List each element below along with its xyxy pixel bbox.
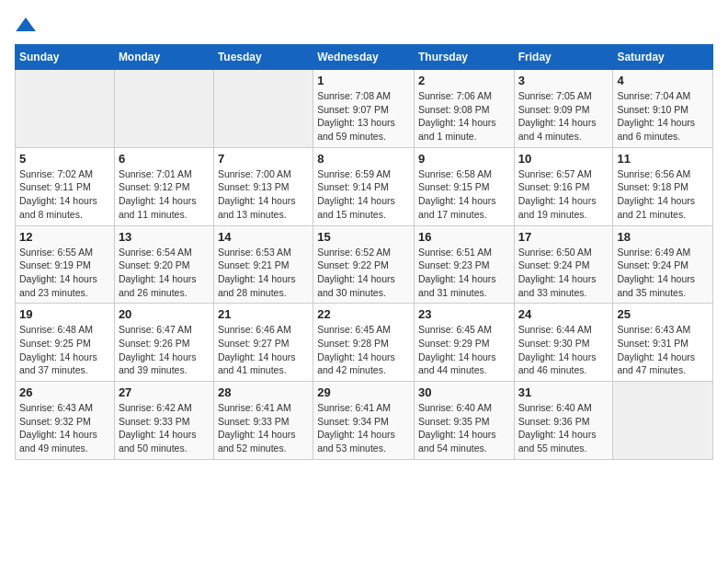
calendar-cell: 13Sunrise: 6:54 AMSunset: 9:20 PMDayligh… — [114, 225, 213, 304]
calendar-day-header: Sunday — [16, 45, 115, 70]
day-number: 10 — [518, 152, 609, 166]
day-number: 22 — [317, 307, 410, 321]
calendar-cell: 22Sunrise: 6:45 AMSunset: 9:28 PMDayligh… — [313, 304, 415, 382]
calendar-cell: 27Sunrise: 6:42 AMSunset: 9:33 PMDayligh… — [114, 382, 213, 460]
calendar-day-header: Monday — [114, 45, 213, 70]
calendar-day-header: Saturday — [613, 45, 713, 70]
calendar-day-header: Friday — [514, 45, 613, 70]
day-info: Sunrise: 7:02 AMSunset: 9:11 PMDaylight:… — [19, 167, 110, 222]
day-number: 26 — [19, 385, 110, 399]
day-info: Sunrise: 6:41 AMSunset: 9:34 PMDaylight:… — [317, 401, 410, 455]
day-info: Sunrise: 6:45 AMSunset: 9:28 PMDaylight:… — [317, 323, 410, 377]
day-number: 20 — [119, 307, 210, 321]
calendar-cell: 10Sunrise: 6:57 AMSunset: 9:16 PMDayligh… — [514, 147, 613, 225]
day-number: 12 — [19, 230, 110, 244]
day-info: Sunrise: 6:42 AMSunset: 9:33 PMDaylight:… — [119, 401, 210, 455]
calendar-cell: 5Sunrise: 7:02 AMSunset: 9:11 PMDaylight… — [16, 147, 115, 225]
day-number: 23 — [418, 307, 510, 321]
day-number: 7 — [218, 152, 309, 166]
day-number: 24 — [518, 307, 609, 321]
calendar-cell: 1Sunrise: 7:08 AMSunset: 9:07 PMDaylight… — [313, 70, 415, 148]
day-number: 3 — [518, 74, 609, 87]
day-info: Sunrise: 7:08 AMSunset: 9:07 PMDaylight:… — [317, 89, 410, 144]
calendar-day-header: Tuesday — [213, 45, 313, 70]
day-number: 27 — [119, 385, 210, 399]
day-info: Sunrise: 6:44 AMSunset: 9:30 PMDaylight:… — [518, 323, 609, 377]
day-info: Sunrise: 6:53 AMSunset: 9:21 PMDaylight:… — [218, 246, 309, 300]
day-info: Sunrise: 6:43 AMSunset: 9:32 PMDaylight:… — [19, 401, 110, 455]
day-info: Sunrise: 6:48 AMSunset: 9:25 PMDaylight:… — [19, 323, 110, 377]
day-number: 30 — [418, 385, 510, 399]
day-number: 16 — [418, 230, 510, 244]
day-number: 5 — [19, 152, 110, 166]
calendar-cell: 12Sunrise: 6:55 AMSunset: 9:19 PMDayligh… — [16, 225, 115, 304]
calendar-cell: 29Sunrise: 6:41 AMSunset: 9:34 PMDayligh… — [313, 382, 415, 460]
calendar-cell — [213, 70, 313, 148]
day-number: 11 — [617, 152, 709, 166]
day-info: Sunrise: 6:47 AMSunset: 9:26 PMDaylight:… — [119, 323, 210, 377]
day-number: 21 — [218, 307, 309, 321]
day-number: 2 — [418, 74, 510, 87]
svg-marker-0 — [16, 17, 36, 31]
calendar-cell: 2Sunrise: 7:06 AMSunset: 9:08 PMDaylight… — [414, 70, 514, 148]
day-info: Sunrise: 6:54 AMSunset: 9:20 PMDaylight:… — [119, 246, 210, 300]
day-info: Sunrise: 7:01 AMSunset: 9:12 PMDaylight:… — [119, 167, 210, 222]
calendar-cell: 3Sunrise: 7:05 AMSunset: 9:09 PMDaylight… — [514, 70, 613, 148]
day-info: Sunrise: 6:41 AMSunset: 9:33 PMDaylight:… — [218, 401, 309, 455]
day-info: Sunrise: 6:40 AMSunset: 9:36 PMDaylight:… — [518, 401, 609, 455]
day-info: Sunrise: 6:49 AMSunset: 9:24 PMDaylight:… — [617, 246, 709, 300]
calendar-cell — [114, 70, 213, 148]
calendar-cell: 8Sunrise: 6:59 AMSunset: 9:14 PMDaylight… — [313, 147, 415, 225]
page-header — [15, 15, 713, 37]
calendar-cell: 16Sunrise: 6:51 AMSunset: 9:23 PMDayligh… — [414, 225, 514, 304]
day-number: 4 — [617, 74, 709, 87]
day-info: Sunrise: 6:46 AMSunset: 9:27 PMDaylight:… — [218, 323, 309, 377]
day-info: Sunrise: 7:04 AMSunset: 9:10 PMDaylight:… — [617, 89, 709, 144]
calendar-cell: 24Sunrise: 6:44 AMSunset: 9:30 PMDayligh… — [514, 304, 613, 382]
calendar-header: SundayMondayTuesdayWednesdayThursdayFrid… — [16, 45, 713, 70]
day-number: 29 — [317, 385, 410, 399]
calendar-day-header: Thursday — [414, 45, 514, 70]
day-number: 31 — [518, 385, 609, 399]
day-number: 6 — [119, 152, 210, 166]
day-info: Sunrise: 6:40 AMSunset: 9:35 PMDaylight:… — [418, 401, 510, 455]
day-number: 28 — [218, 385, 309, 399]
day-number: 19 — [19, 307, 110, 321]
day-info: Sunrise: 7:06 AMSunset: 9:08 PMDaylight:… — [418, 89, 510, 144]
calendar-cell: 21Sunrise: 6:46 AMSunset: 9:27 PMDayligh… — [213, 304, 313, 382]
calendar-cell: 7Sunrise: 7:00 AMSunset: 9:13 PMDaylight… — [213, 147, 313, 225]
calendar-cell: 6Sunrise: 7:01 AMSunset: 9:12 PMDaylight… — [114, 147, 213, 225]
calendar-cell: 31Sunrise: 6:40 AMSunset: 9:36 PMDayligh… — [514, 382, 613, 460]
day-info: Sunrise: 7:05 AMSunset: 9:09 PMDaylight:… — [518, 89, 609, 144]
calendar-cell: 4Sunrise: 7:04 AMSunset: 9:10 PMDaylight… — [613, 70, 713, 148]
calendar-cell: 17Sunrise: 6:50 AMSunset: 9:24 PMDayligh… — [514, 225, 613, 304]
calendar-cell: 11Sunrise: 6:56 AMSunset: 9:18 PMDayligh… — [613, 147, 713, 225]
day-info: Sunrise: 6:56 AMSunset: 9:18 PMDaylight:… — [617, 167, 709, 222]
calendar-cell: 9Sunrise: 6:58 AMSunset: 9:15 PMDaylight… — [414, 147, 514, 225]
day-number: 18 — [617, 230, 709, 244]
day-number: 17 — [518, 230, 609, 244]
calendar-day-header: Wednesday — [313, 45, 415, 70]
calendar-table: SundayMondayTuesdayWednesdayThursdayFrid… — [15, 44, 713, 460]
calendar-cell: 26Sunrise: 6:43 AMSunset: 9:32 PMDayligh… — [16, 382, 115, 460]
calendar-cell: 30Sunrise: 6:40 AMSunset: 9:35 PMDayligh… — [414, 382, 514, 460]
day-info: Sunrise: 6:55 AMSunset: 9:19 PMDaylight:… — [19, 246, 110, 300]
day-info: Sunrise: 6:43 AMSunset: 9:31 PMDaylight:… — [617, 323, 709, 377]
day-info: Sunrise: 6:51 AMSunset: 9:23 PMDaylight:… — [418, 246, 510, 300]
day-info: Sunrise: 7:00 AMSunset: 9:13 PMDaylight:… — [218, 167, 309, 222]
calendar-cell: 20Sunrise: 6:47 AMSunset: 9:26 PMDayligh… — [114, 304, 213, 382]
day-number: 15 — [317, 230, 410, 244]
logo — [15, 15, 40, 37]
day-info: Sunrise: 6:58 AMSunset: 9:15 PMDaylight:… — [418, 167, 510, 222]
day-info: Sunrise: 6:59 AMSunset: 9:14 PMDaylight:… — [317, 167, 410, 222]
calendar-cell: 15Sunrise: 6:52 AMSunset: 9:22 PMDayligh… — [313, 225, 415, 304]
day-number: 14 — [218, 230, 309, 244]
day-number: 8 — [317, 152, 410, 166]
calendar-cell: 28Sunrise: 6:41 AMSunset: 9:33 PMDayligh… — [213, 382, 313, 460]
day-info: Sunrise: 6:57 AMSunset: 9:16 PMDaylight:… — [518, 167, 609, 222]
calendar-cell: 14Sunrise: 6:53 AMSunset: 9:21 PMDayligh… — [213, 225, 313, 304]
day-info: Sunrise: 6:45 AMSunset: 9:29 PMDaylight:… — [418, 323, 510, 377]
day-info: Sunrise: 6:52 AMSunset: 9:22 PMDaylight:… — [317, 246, 410, 300]
calendar-cell: 23Sunrise: 6:45 AMSunset: 9:29 PMDayligh… — [414, 304, 514, 382]
day-number: 13 — [119, 230, 210, 244]
